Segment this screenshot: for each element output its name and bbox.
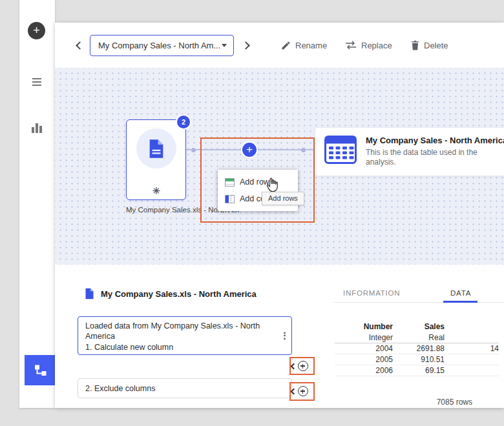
table-card-description: This is the data table used in the analy… [366, 148, 495, 167]
table-card-title: My Company Sales - North America [366, 136, 504, 145]
add-rows-icon [225, 178, 235, 187]
chevron-down-icon [222, 44, 227, 47]
table-cell: 910.51 [393, 354, 445, 365]
column-name: Number [335, 321, 393, 332]
transformations-icon [152, 187, 160, 195]
rename-button[interactable]: Rename [281, 37, 327, 53]
table-icon [324, 136, 357, 164]
add-button[interactable]: + [28, 22, 45, 39]
sidebar-item-data-canvas[interactable] [25, 355, 55, 385]
source-node[interactable]: 2 [126, 119, 186, 200]
chevron-left-icon [76, 41, 84, 50]
table-cell: 2004 [335, 343, 393, 354]
data-canvas: 2 My Company Sales.xls - North Am + Add … [55, 68, 504, 265]
table-cell [445, 365, 499, 376]
sidebar-item-data-list[interactable] [30, 76, 43, 88]
chevron-right-icon [242, 41, 250, 50]
active-tab-indicator [443, 301, 478, 303]
insert-plus-button-2[interactable] [298, 386, 308, 396]
column-type [445, 332, 499, 343]
main-window: My Company Sales - North Am... Rename Re… [55, 23, 504, 408]
next-source-button[interactable] [243, 40, 253, 50]
insert-transformation-2 [291, 386, 308, 396]
delete-label: Delete [424, 41, 448, 50]
list-icon [30, 76, 43, 88]
source-header: My Company Sales.xls - North America [85, 288, 257, 299]
trash-icon [411, 41, 419, 50]
chevron-left-icon [291, 388, 297, 394]
connector-dot [191, 148, 196, 152]
document-icon [148, 139, 165, 159]
add-columns-icon [225, 195, 235, 203]
table-cell: 2006 [335, 365, 393, 376]
step-text: Loaded data from My Company Sales.xls - … [85, 321, 267, 341]
sidebar: + [19, 0, 55, 408]
table-cell: 69.15 [393, 365, 445, 376]
source-node-avatar [136, 128, 176, 168]
table-row: 2005 910.51 [335, 354, 499, 365]
node-badge: 2 [176, 114, 191, 130]
document-icon [85, 288, 94, 299]
step-loaded-data[interactable]: Loaded data from My Company Sales.xls - … [78, 316, 292, 355]
details-panel: My Company Sales.xls - North America Loa… [55, 265, 504, 408]
screen: + My Company Sales - North Am... Rename [0, 0, 504, 426]
column-name: Sales [393, 321, 445, 332]
pencil-icon [281, 41, 291, 50]
column-type: Real [393, 332, 445, 343]
delete-button[interactable]: Delete [411, 37, 448, 53]
sidebar-item-visualizations[interactable] [30, 121, 43, 134]
source-title: My Company Sales.xls - North America [101, 289, 257, 299]
table-cell: 2691.88 [393, 343, 445, 354]
step-sub-text: 1. Calculate new column [85, 343, 267, 353]
tab-information[interactable]: INFORMATION [343, 289, 400, 297]
chevron-left-icon [291, 363, 297, 369]
table-header-row: Number Sales [335, 321, 499, 332]
column-type: Integer [335, 332, 393, 343]
data-preview-table: Number Sales Integer Real 2004 2691.88 1… [335, 321, 499, 376]
plus-icon: + [33, 25, 40, 36]
tooltip: Add rows [262, 192, 304, 205]
tab-data[interactable]: DATA [450, 289, 471, 297]
table-row: 2006 69.15 [335, 365, 499, 376]
hand-cursor-icon [266, 178, 279, 193]
data-canvas-icon [33, 363, 47, 378]
table-cell [445, 354, 499, 365]
tab-bar: INFORMATION DATA [334, 284, 504, 303]
add-transformation-plus-button[interactable]: + [241, 141, 258, 158]
table-cell: 2005 [335, 354, 393, 365]
replace-button[interactable]: Replace [345, 37, 392, 53]
previous-source-button[interactable] [74, 40, 85, 50]
table-type-row: Integer Real [335, 332, 499, 343]
bar-chart-icon [30, 121, 43, 134]
step-exclude-columns[interactable]: 2. Exclude columns [78, 378, 292, 398]
step-label: 2. Exclude columns [85, 384, 155, 393]
toolbar: My Company Sales - North Am... Rename Re… [55, 23, 504, 68]
insert-plus-button-1[interactable] [298, 361, 308, 371]
rename-label: Rename [295, 41, 327, 50]
column-name [445, 321, 499, 332]
source-dropdown[interactable]: My Company Sales - North Am... [90, 35, 234, 56]
source-dropdown-label: My Company Sales - North Am... [98, 41, 220, 50]
kebab-menu-button[interactable] [284, 330, 286, 340]
row-count: 7085 rows [437, 398, 472, 407]
swap-icon [345, 41, 357, 50]
data-table-card[interactable]: My Company Sales - North America This is… [315, 127, 504, 176]
replace-label: Replace [361, 41, 392, 50]
menu-item-add-rows[interactable]: Add rows [218, 174, 298, 190]
connector-dot [301, 148, 306, 152]
table-cell: 14 [445, 343, 499, 354]
insert-transformation-1 [291, 361, 308, 371]
table-row: 2004 2691.88 14 [335, 343, 499, 354]
